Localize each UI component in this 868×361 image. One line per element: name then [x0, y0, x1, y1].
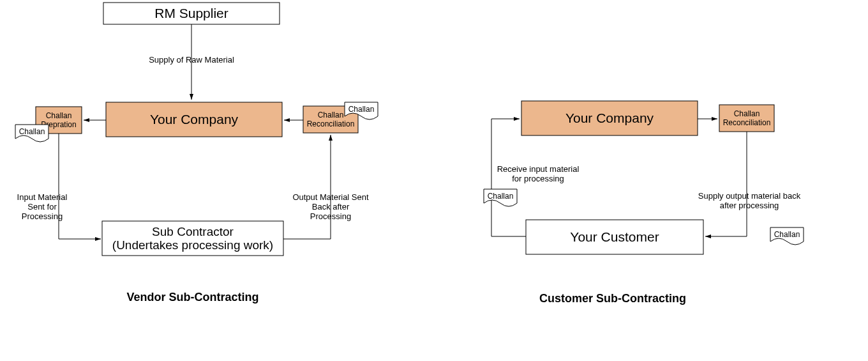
vendor-subcontracting-diagram: RM Supplier Supply of Raw Material Your … [15, 3, 378, 303]
your-customer-label: Your Customer [570, 229, 659, 244]
sub-contractor-label2: (Undertakes processing work) [112, 238, 273, 252]
supply-label2: after processing [720, 201, 779, 210]
output-mat-label3: Processing [310, 211, 351, 221]
supply-raw-label: Supply of Raw Material [149, 55, 234, 65]
customer-subcontracting-diagram: Your Company Challan Reconciliation Your… [484, 101, 804, 305]
customer-title: Customer Sub-Contracting [539, 292, 686, 305]
challan-doc-customer-right-label: Challan [774, 230, 800, 239]
arrow-supply-output [705, 132, 747, 236]
challan-recon-label1-left: Challan [318, 111, 344, 119]
challan-doc-customer-left-label: Challan [488, 192, 514, 201]
your-company-label-left: Your Company [150, 112, 239, 127]
output-mat-label2: Back after [312, 202, 350, 211]
challan-prep-label1: Challan [46, 111, 72, 120]
challan-doc-recon-left-label: Challan [348, 105, 375, 114]
input-mat-label1: Input Material [17, 192, 68, 202]
arrow-input-material [59, 134, 101, 239]
challan-recon-label2-left: Reconciliation [307, 119, 355, 128]
receive-label2: for processing [512, 174, 564, 183]
vendor-title: Vendor Sub-Contracting [127, 291, 259, 303]
receive-label1: Receive input material [497, 164, 580, 174]
challan-doc-prep-label: Challan [19, 127, 45, 136]
rm-supplier-label: RM Supplier [154, 6, 228, 20]
supply-label1: Supply output material back [698, 191, 801, 201]
challan-recon-label1-right: Challan [734, 109, 760, 118]
arrow-output-material [283, 135, 331, 239]
input-mat-label3: Processing [22, 211, 63, 221]
sub-contractor-label1: Sub Contractor [152, 225, 234, 238]
output-mat-label1: Output Material Sent [292, 192, 369, 202]
input-mat-label2: Sent for [27, 202, 57, 211]
challan-recon-label2-right: Reconciliation [723, 118, 771, 127]
your-company-label-right: Your Company [565, 111, 654, 125]
